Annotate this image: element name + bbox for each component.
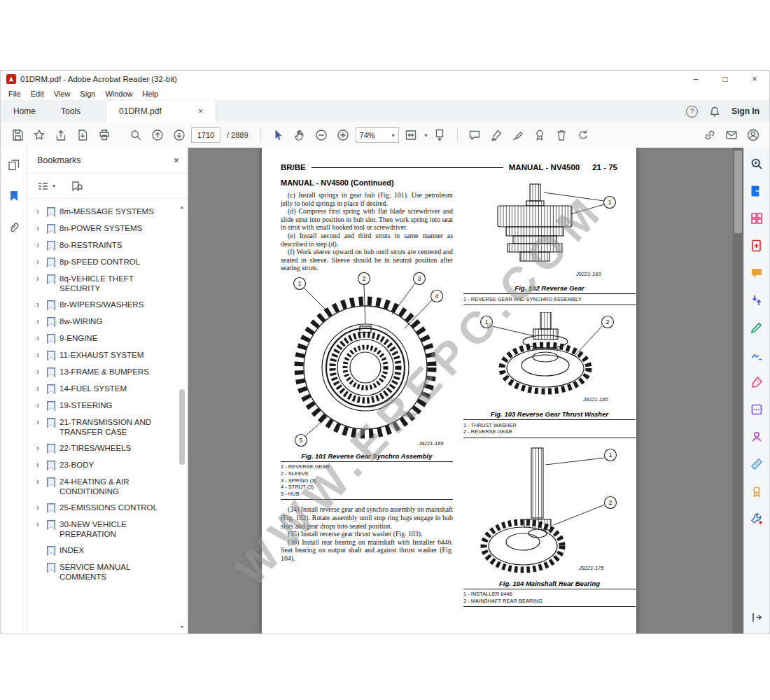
notifications-bell-icon[interactable]: [709, 106, 720, 118]
next-page-button[interactable]: [169, 126, 188, 145]
select-tool-button[interactable]: [269, 126, 288, 145]
bookmark-item[interactable]: 9-ENGINE: [27, 330, 176, 347]
zoom-out-button[interactable]: [312, 126, 331, 145]
tool-measure-button[interactable]: [749, 456, 764, 472]
bookmark-item[interactable]: 19-STEERING: [27, 398, 176, 414]
expand-chevron-icon[interactable]: [36, 477, 43, 486]
tab-close-icon[interactable]: ×: [198, 106, 203, 116]
expand-chevron-icon[interactable]: [36, 401, 43, 410]
print-button[interactable]: [94, 126, 113, 145]
page-number-input[interactable]: [191, 127, 220, 143]
tool-fill-sign-button[interactable]: [749, 374, 764, 390]
page-thumbnails-icon[interactable]: [8, 159, 20, 172]
bookmarks-options-button[interactable]: ▾: [37, 181, 55, 191]
menu-file[interactable]: File: [4, 90, 26, 98]
tool-export-pdf-button[interactable]: [749, 183, 764, 199]
expand-chevron-icon[interactable]: [36, 300, 43, 309]
bookmark-item[interactable]: 8n-POWER SYSTEMS: [27, 220, 176, 237]
expand-chevron-icon[interactable]: [36, 334, 43, 343]
menu-help[interactable]: Help: [138, 90, 164, 98]
bookmark-item[interactable]: 8o-RESTRAINTS: [27, 237, 176, 254]
page-scrolling-button[interactable]: [430, 126, 449, 145]
bookmark-item[interactable]: 24-HEATING & AIR CONDITIONING: [27, 474, 176, 500]
save-button[interactable]: [8, 126, 27, 145]
expand-chevron-icon[interactable]: [36, 351, 43, 360]
tab-home[interactable]: Home: [1, 101, 48, 122]
bookmark-item[interactable]: 8m-MESSAGE SYSTEMS: [27, 204, 176, 220]
scrollbar-thumb[interactable]: [734, 150, 742, 233]
collapse-panel-button[interactable]: [749, 610, 764, 625]
bookmark-item[interactable]: 23-BODY: [27, 457, 176, 474]
document-scrollbar[interactable]: [733, 148, 743, 634]
expand-chevron-icon[interactable]: [36, 207, 43, 216]
tab-tools[interactable]: Tools: [48, 101, 93, 122]
tool-create-pdf-button[interactable]: [749, 238, 764, 253]
delete-pages-button[interactable]: [552, 126, 571, 145]
tab-document[interactable]: 01DRM.pdf ×: [106, 101, 216, 122]
bookmark-item[interactable]: 8q-VEHICLE THEFT SECURITY: [27, 271, 176, 297]
email-button[interactable]: [722, 126, 741, 145]
share-button[interactable]: [51, 126, 70, 145]
expand-chevron-icon[interactable]: [36, 317, 43, 326]
find-bookmark-icon[interactable]: [71, 181, 83, 192]
scrollbar-thumb[interactable]: [179, 389, 185, 465]
chevron-down-icon[interactable]: ▾: [425, 132, 428, 139]
menu-view[interactable]: View: [49, 90, 76, 98]
highlight-button[interactable]: [487, 126, 506, 145]
expand-chevron-icon[interactable]: [36, 503, 43, 512]
certify-button[interactable]: [531, 126, 550, 145]
bookmarks-scrollbar[interactable]: ▲ ▼: [178, 204, 186, 631]
expand-chevron-icon[interactable]: [36, 520, 43, 529]
close-button[interactable]: ×: [740, 71, 769, 87]
tool-more-tools-button[interactable]: [749, 402, 764, 417]
expand-chevron-icon[interactable]: [36, 418, 43, 427]
expand-chevron-icon[interactable]: [36, 241, 43, 250]
tool-certificates-button[interactable]: [749, 484, 764, 499]
tool-organize-pages-button[interactable]: [749, 211, 764, 226]
scroll-down-icon[interactable]: ▼: [178, 624, 186, 631]
fit-width-button[interactable]: [402, 126, 421, 145]
hand-tool-button[interactable]: [290, 126, 309, 145]
expand-chevron-icon[interactable]: [36, 384, 43, 393]
bookmark-item[interactable]: 30-NEW VEHICLE PREPARATION: [27, 517, 176, 542]
bookmark-item[interactable]: 25-EMISSIONS CONTROL: [27, 500, 176, 517]
search-button[interactable]: [126, 126, 145, 145]
expand-chevron-icon[interactable]: [36, 258, 43, 267]
bookmark-item[interactable]: 13-FRAME & BUMPERS: [27, 364, 176, 381]
sign-in-button[interactable]: Sign In: [732, 106, 760, 116]
zoom-in-button[interactable]: [334, 126, 353, 145]
tool-comment-button[interactable]: [749, 265, 764, 281]
tool-search-button[interactable]: [749, 156, 764, 172]
expand-chevron-icon[interactable]: [36, 274, 43, 284]
bookmark-item[interactable]: 11-EXHAUST SYSTEM: [27, 347, 176, 364]
favorite-button[interactable]: [29, 126, 48, 145]
tool-combine-files-button[interactable]: [749, 293, 764, 308]
bookmark-item[interactable]: INDEX: [27, 542, 176, 559]
menu-edit[interactable]: Edit: [26, 90, 49, 98]
tool-optimize-pdf-button[interactable]: [749, 511, 764, 526]
maximize-button[interactable]: □: [710, 71, 740, 87]
tool-send-for-review-button[interactable]: [749, 429, 764, 444]
bookmark-item[interactable]: 8p-SPEED CONTROL: [27, 254, 176, 271]
menu-window[interactable]: Window: [100, 90, 137, 98]
tool-edit-pdf-button[interactable]: [749, 320, 764, 335]
scroll-up-icon[interactable]: ▲: [178, 204, 186, 211]
comment-button[interactable]: [465, 126, 484, 145]
bookmark-item[interactable]: 14-FUEL SYSTEM: [27, 381, 176, 398]
fill-sign-button[interactable]: [509, 126, 528, 145]
bookmarks-close-icon[interactable]: ×: [174, 155, 179, 166]
bookmark-item[interactable]: 21-TRANSMISSION AND TRANSFER CASE: [27, 414, 176, 440]
account-button[interactable]: [743, 126, 762, 145]
previous-page-button[interactable]: [148, 126, 167, 145]
expand-chevron-icon[interactable]: [36, 444, 43, 453]
link-button[interactable]: [700, 126, 719, 145]
expand-chevron-icon[interactable]: [36, 368, 43, 377]
expand-chevron-icon[interactable]: [36, 224, 43, 233]
tool-request-signatures-button[interactable]: [749, 347, 764, 363]
minimize-button[interactable]: –: [681, 71, 710, 87]
bookmark-item[interactable]: 8r-WIPERS/WASHERS: [27, 297, 176, 314]
attachments-paperclip-icon[interactable]: [8, 220, 20, 233]
menu-sign[interactable]: Sign: [75, 90, 100, 98]
zoom-level-dropdown[interactable]: 74% ▾: [356, 127, 399, 143]
bookmark-item[interactable]: 8w-WIRING: [27, 314, 176, 330]
